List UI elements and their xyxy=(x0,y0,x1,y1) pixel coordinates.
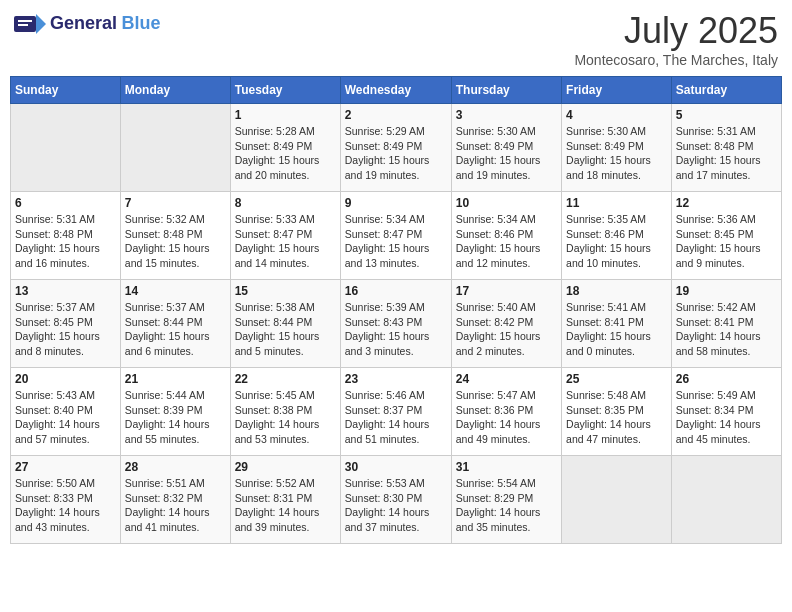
calendar-body: 1Sunrise: 5:28 AMSunset: 8:49 PMDaylight… xyxy=(11,104,782,544)
calendar-cell: 30Sunrise: 5:53 AMSunset: 8:30 PMDayligh… xyxy=(340,456,451,544)
day-number: 7 xyxy=(125,196,226,210)
calendar-cell: 29Sunrise: 5:52 AMSunset: 8:31 PMDayligh… xyxy=(230,456,340,544)
calendar-cell: 15Sunrise: 5:38 AMSunset: 8:44 PMDayligh… xyxy=(230,280,340,368)
day-info: Sunrise: 5:50 AMSunset: 8:33 PMDaylight:… xyxy=(15,476,116,535)
day-info: Sunrise: 5:38 AMSunset: 8:44 PMDaylight:… xyxy=(235,300,336,359)
calendar-table: SundayMondayTuesdayWednesdayThursdayFrid… xyxy=(10,76,782,544)
logo-text-general: General xyxy=(50,13,117,33)
calendar-week-1: 1Sunrise: 5:28 AMSunset: 8:49 PMDaylight… xyxy=(11,104,782,192)
day-number: 20 xyxy=(15,372,116,386)
calendar-cell: 31Sunrise: 5:54 AMSunset: 8:29 PMDayligh… xyxy=(451,456,561,544)
calendar-cell: 5Sunrise: 5:31 AMSunset: 8:48 PMDaylight… xyxy=(671,104,781,192)
calendar-cell: 28Sunrise: 5:51 AMSunset: 8:32 PMDayligh… xyxy=(120,456,230,544)
day-info: Sunrise: 5:30 AMSunset: 8:49 PMDaylight:… xyxy=(456,124,557,183)
calendar-cell: 24Sunrise: 5:47 AMSunset: 8:36 PMDayligh… xyxy=(451,368,561,456)
day-number: 27 xyxy=(15,460,116,474)
calendar-cell: 17Sunrise: 5:40 AMSunset: 8:42 PMDayligh… xyxy=(451,280,561,368)
calendar-cell: 26Sunrise: 5:49 AMSunset: 8:34 PMDayligh… xyxy=(671,368,781,456)
day-info: Sunrise: 5:48 AMSunset: 8:35 PMDaylight:… xyxy=(566,388,667,447)
day-info: Sunrise: 5:37 AMSunset: 8:44 PMDaylight:… xyxy=(125,300,226,359)
day-number: 19 xyxy=(676,284,777,298)
calendar-header: SundayMondayTuesdayWednesdayThursdayFrid… xyxy=(11,77,782,104)
day-info: Sunrise: 5:53 AMSunset: 8:30 PMDaylight:… xyxy=(345,476,447,535)
day-info: Sunrise: 5:40 AMSunset: 8:42 PMDaylight:… xyxy=(456,300,557,359)
day-info: Sunrise: 5:47 AMSunset: 8:36 PMDaylight:… xyxy=(456,388,557,447)
day-number: 5 xyxy=(676,108,777,122)
calendar-cell: 2Sunrise: 5:29 AMSunset: 8:49 PMDaylight… xyxy=(340,104,451,192)
day-info: Sunrise: 5:28 AMSunset: 8:49 PMDaylight:… xyxy=(235,124,336,183)
day-number: 3 xyxy=(456,108,557,122)
day-number: 6 xyxy=(15,196,116,210)
day-info: Sunrise: 5:35 AMSunset: 8:46 PMDaylight:… xyxy=(566,212,667,271)
day-number: 9 xyxy=(345,196,447,210)
day-info: Sunrise: 5:52 AMSunset: 8:31 PMDaylight:… xyxy=(235,476,336,535)
calendar-title: July 2025 xyxy=(574,10,778,52)
weekday-row: SundayMondayTuesdayWednesdayThursdayFrid… xyxy=(11,77,782,104)
title-area: July 2025 Montecosaro, The Marches, Ital… xyxy=(574,10,778,68)
day-number: 30 xyxy=(345,460,447,474)
day-info: Sunrise: 5:34 AMSunset: 8:47 PMDaylight:… xyxy=(345,212,447,271)
day-info: Sunrise: 5:39 AMSunset: 8:43 PMDaylight:… xyxy=(345,300,447,359)
day-info: Sunrise: 5:36 AMSunset: 8:45 PMDaylight:… xyxy=(676,212,777,271)
day-number: 2 xyxy=(345,108,447,122)
logo-text-blue: Blue xyxy=(122,13,161,33)
page-header: General Blue July 2025 Montecosaro, The … xyxy=(10,10,782,68)
day-number: 4 xyxy=(566,108,667,122)
day-number: 16 xyxy=(345,284,447,298)
weekday-header-friday: Friday xyxy=(562,77,672,104)
calendar-cell: 22Sunrise: 5:45 AMSunset: 8:38 PMDayligh… xyxy=(230,368,340,456)
day-number: 31 xyxy=(456,460,557,474)
day-info: Sunrise: 5:37 AMSunset: 8:45 PMDaylight:… xyxy=(15,300,116,359)
logo: General Blue xyxy=(14,10,161,38)
day-number: 28 xyxy=(125,460,226,474)
calendar-cell: 12Sunrise: 5:36 AMSunset: 8:45 PMDayligh… xyxy=(671,192,781,280)
calendar-cell xyxy=(120,104,230,192)
calendar-cell: 1Sunrise: 5:28 AMSunset: 8:49 PMDaylight… xyxy=(230,104,340,192)
calendar-cell xyxy=(562,456,672,544)
day-number: 12 xyxy=(676,196,777,210)
calendar-cell: 20Sunrise: 5:43 AMSunset: 8:40 PMDayligh… xyxy=(11,368,121,456)
calendar-subtitle: Montecosaro, The Marches, Italy xyxy=(574,52,778,68)
calendar-cell: 25Sunrise: 5:48 AMSunset: 8:35 PMDayligh… xyxy=(562,368,672,456)
day-info: Sunrise: 5:54 AMSunset: 8:29 PMDaylight:… xyxy=(456,476,557,535)
calendar-cell: 8Sunrise: 5:33 AMSunset: 8:47 PMDaylight… xyxy=(230,192,340,280)
day-info: Sunrise: 5:34 AMSunset: 8:46 PMDaylight:… xyxy=(456,212,557,271)
day-number: 11 xyxy=(566,196,667,210)
day-number: 22 xyxy=(235,372,336,386)
calendar-cell: 27Sunrise: 5:50 AMSunset: 8:33 PMDayligh… xyxy=(11,456,121,544)
weekday-header-monday: Monday xyxy=(120,77,230,104)
day-info: Sunrise: 5:46 AMSunset: 8:37 PMDaylight:… xyxy=(345,388,447,447)
day-number: 23 xyxy=(345,372,447,386)
day-info: Sunrise: 5:44 AMSunset: 8:39 PMDaylight:… xyxy=(125,388,226,447)
day-info: Sunrise: 5:31 AMSunset: 8:48 PMDaylight:… xyxy=(15,212,116,271)
calendar-cell xyxy=(671,456,781,544)
weekday-header-saturday: Saturday xyxy=(671,77,781,104)
calendar-cell: 11Sunrise: 5:35 AMSunset: 8:46 PMDayligh… xyxy=(562,192,672,280)
weekday-header-tuesday: Tuesday xyxy=(230,77,340,104)
calendar-cell xyxy=(11,104,121,192)
day-info: Sunrise: 5:43 AMSunset: 8:40 PMDaylight:… xyxy=(15,388,116,447)
day-number: 17 xyxy=(456,284,557,298)
day-number: 13 xyxy=(15,284,116,298)
calendar-cell: 7Sunrise: 5:32 AMSunset: 8:48 PMDaylight… xyxy=(120,192,230,280)
day-number: 14 xyxy=(125,284,226,298)
calendar-week-4: 20Sunrise: 5:43 AMSunset: 8:40 PMDayligh… xyxy=(11,368,782,456)
calendar-cell: 3Sunrise: 5:30 AMSunset: 8:49 PMDaylight… xyxy=(451,104,561,192)
day-number: 15 xyxy=(235,284,336,298)
day-number: 1 xyxy=(235,108,336,122)
day-info: Sunrise: 5:32 AMSunset: 8:48 PMDaylight:… xyxy=(125,212,226,271)
day-info: Sunrise: 5:45 AMSunset: 8:38 PMDaylight:… xyxy=(235,388,336,447)
day-number: 29 xyxy=(235,460,336,474)
day-info: Sunrise: 5:33 AMSunset: 8:47 PMDaylight:… xyxy=(235,212,336,271)
day-number: 8 xyxy=(235,196,336,210)
day-number: 10 xyxy=(456,196,557,210)
calendar-cell: 23Sunrise: 5:46 AMSunset: 8:37 PMDayligh… xyxy=(340,368,451,456)
weekday-header-wednesday: Wednesday xyxy=(340,77,451,104)
calendar-cell: 18Sunrise: 5:41 AMSunset: 8:41 PMDayligh… xyxy=(562,280,672,368)
svg-rect-3 xyxy=(18,24,28,26)
calendar-cell: 19Sunrise: 5:42 AMSunset: 8:41 PMDayligh… xyxy=(671,280,781,368)
calendar-cell: 13Sunrise: 5:37 AMSunset: 8:45 PMDayligh… xyxy=(11,280,121,368)
day-number: 26 xyxy=(676,372,777,386)
weekday-header-sunday: Sunday xyxy=(11,77,121,104)
calendar-week-3: 13Sunrise: 5:37 AMSunset: 8:45 PMDayligh… xyxy=(11,280,782,368)
